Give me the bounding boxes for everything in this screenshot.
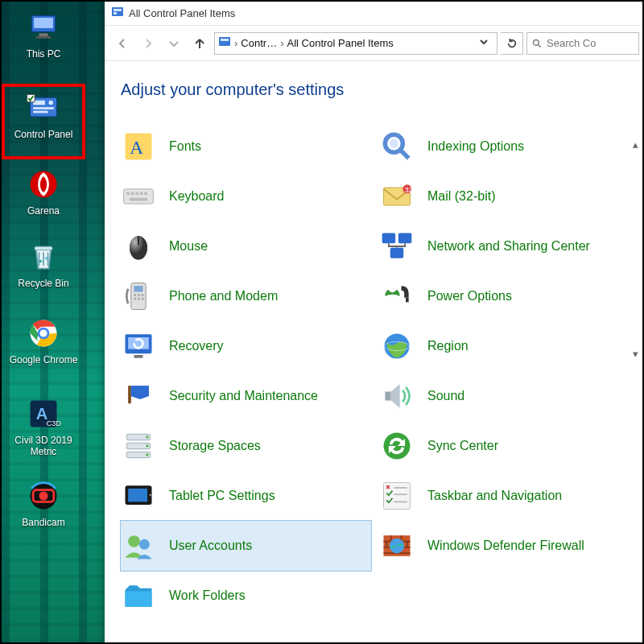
svg-rect-26 [219, 37, 230, 46]
svg-rect-92 [126, 592, 152, 607]
control-panel-icon [26, 90, 61, 126]
cp-item-label: Network and Sharing Center [427, 238, 590, 254]
scroll-down-icon[interactable]: ▾ [633, 348, 644, 361]
cp-item-phone-modem[interactable]: Phone and Modem [121, 271, 371, 321]
nav-forward-button[interactable] [137, 32, 159, 55]
desktop-icon-garena[interactable]: Garena [3, 167, 84, 217]
cp-item-label: Power Options [427, 288, 512, 303]
tablet-pc-icon [121, 478, 156, 514]
address-bar[interactable]: › Contr… › All Control Panel Items [214, 32, 497, 55]
cp-item-label: Tablet PC Settings [169, 488, 275, 503]
keyboard-icon [121, 179, 156, 214]
desktop-icon-civil-3d[interactable]: AC3DCivil 3D 2019 Metric [3, 396, 84, 457]
cp-item-mouse[interactable]: Mouse [121, 221, 371, 271]
cp-item-network-sharing[interactable]: Network and Sharing Center [379, 221, 630, 271]
control-panel-window: All Control Panel Items › Contr… › All C… [105, 2, 644, 644]
svg-rect-57 [138, 298, 140, 300]
svg-rect-1 [34, 18, 53, 28]
breadcrumb-root[interactable]: Contr… [241, 37, 277, 49]
desktop-icon-bandicam[interactable]: Bandicam [3, 478, 84, 528]
cp-item-tablet-pc[interactable]: Tablet PC Settings [121, 471, 371, 521]
phone-modem-icon [121, 279, 156, 314]
search-box[interactable] [526, 32, 639, 55]
cp-item-label: Phone and Modem [169, 288, 278, 303]
indexing-icon [379, 129, 415, 164]
nav-up-button[interactable] [188, 32, 211, 55]
svg-rect-59 [406, 298, 409, 303]
svg-rect-56 [134, 298, 137, 300]
chevron-right-icon: › [280, 37, 283, 49]
search-input[interactable] [547, 37, 634, 49]
svg-point-72 [384, 433, 411, 460]
desktop-icon-label: Control Panel [14, 129, 73, 140]
power-icon [379, 279, 415, 314]
svg-point-80 [128, 535, 140, 547]
svg-rect-3 [36, 36, 51, 39]
cp-item-keyboard[interactable]: Keyboard [121, 171, 371, 221]
chevron-right-icon: › [234, 37, 237, 49]
cp-item-user-accounts[interactable]: User Accounts [121, 521, 371, 571]
svg-rect-38 [135, 192, 138, 196]
cp-item-sync-center[interactable]: Sync Center [379, 421, 630, 471]
svg-rect-52 [134, 286, 143, 291]
cp-item-label: Storage Spaces [169, 438, 261, 453]
svg-rect-2 [39, 33, 48, 36]
nav-recent-button[interactable] [163, 32, 185, 55]
desktop-icon-label: This PC [27, 48, 61, 60]
region-icon [379, 328, 415, 364]
breadcrumb-current[interactable]: All Control Panel Items [287, 37, 393, 49]
svg-point-16 [39, 329, 47, 336]
desktop-icon-recycle-bin[interactable]: Recycle Bin [3, 239, 84, 289]
address-dropdown-button[interactable] [474, 37, 493, 49]
cp-item-sound[interactable]: Sound [379, 371, 630, 421]
search-icon [532, 38, 542, 49]
desktop-icon-control-panel[interactable]: Control Panel [3, 85, 84, 158]
cp-item-mail[interactable]: 32Mail (32-bit) [379, 171, 630, 221]
cp-item-indexing[interactable]: Indexing Options [379, 122, 630, 171]
cp-item-work-folders[interactable]: Work Folders [121, 571, 371, 621]
bandicam-icon [26, 478, 61, 514]
cp-item-label: Mouse [169, 238, 208, 254]
titlebar: All Control Panel Items [105, 2, 644, 26]
refresh-button[interactable] [501, 32, 523, 55]
recovery-icon [121, 328, 156, 364]
svg-rect-58 [142, 298, 144, 300]
svg-rect-39 [140, 192, 143, 196]
mouse-icon [121, 229, 156, 264]
cp-item-label: Keyboard [169, 188, 225, 204]
svg-rect-40 [144, 192, 147, 196]
svg-text:C3D: C3D [47, 419, 61, 427]
desktop-icon-this-pc[interactable]: This PC [3, 10, 84, 60]
svg-rect-50 [390, 248, 404, 258]
svg-rect-49 [398, 233, 412, 244]
content-area: Adjust your computer's settings AFontsIn… [105, 61, 644, 644]
cp-item-label: Recovery [169, 338, 224, 353]
svg-rect-74 [128, 489, 147, 502]
cp-item-power[interactable]: Power Options [379, 271, 630, 321]
control-panel-grid: AFontsIndexing OptionsKeyboard32Mail (32… [121, 122, 630, 621]
svg-point-13 [45, 257, 48, 260]
svg-rect-36 [126, 192, 130, 196]
cp-item-region[interactable]: Region [379, 321, 630, 371]
svg-rect-25 [114, 12, 117, 14]
desktop-icon-label: Civil 3D 2019 Metric [3, 435, 84, 457]
nav-back-button[interactable] [111, 32, 134, 55]
cp-item-label: Mail (32-bit) [427, 188, 495, 204]
desktop: This PCControl PanelGarenaRecycle BinGoo… [2, 2, 102, 644]
svg-line-33 [400, 150, 409, 159]
cp-item-fonts[interactable]: AFonts [121, 122, 371, 171]
svg-point-22 [39, 492, 48, 501]
cp-item-defender-fw[interactable]: Windows Defender Firewall [379, 521, 630, 571]
cp-item-storage-spaces[interactable]: Storage Spaces [121, 421, 371, 471]
garena-icon [26, 167, 61, 202]
scroll-up-icon[interactable]: ▴ [633, 138, 644, 151]
cp-item-recovery[interactable]: Recovery [121, 321, 371, 371]
svg-rect-24 [114, 9, 122, 11]
cp-item-taskbar-nav[interactable]: Taskbar and Navigation [379, 471, 630, 521]
svg-point-12 [39, 260, 43, 263]
svg-rect-62 [134, 355, 143, 358]
svg-point-70 [146, 444, 149, 448]
desktop-icon-google-chrome[interactable]: Google Chrome [3, 316, 84, 365]
cp-item-security-maint[interactable]: Security and Maintenance [121, 371, 371, 421]
svg-rect-8 [33, 111, 47, 114]
